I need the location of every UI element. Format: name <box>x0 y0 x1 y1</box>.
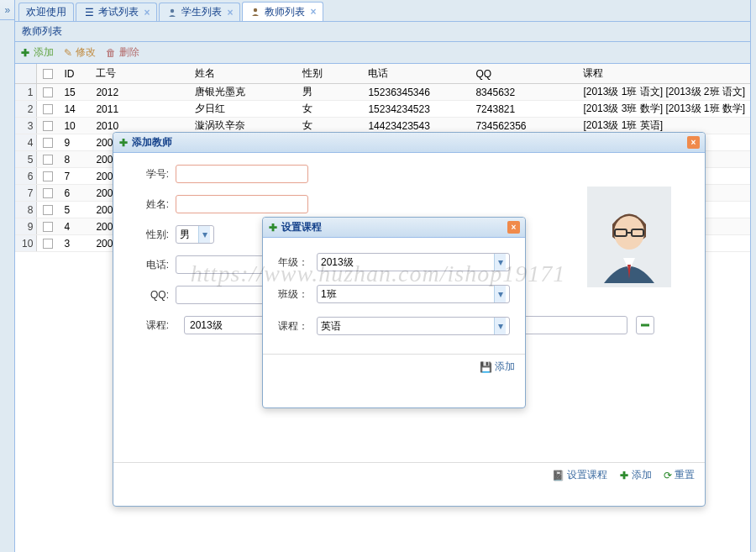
cell-id: 3 <box>59 238 91 250</box>
cell-course: [2013级 3班 数学] [2013级 1班 数学] <box>578 102 750 116</box>
grade-label: 年级： <box>278 255 317 270</box>
panel-title: 教师列表 <box>22 24 62 39</box>
row-checkbox[interactable] <box>37 222 59 232</box>
row-number: 6 <box>15 168 37 184</box>
row-number: 10 <box>15 235 37 251</box>
col-gno-header[interactable]: 工号 <box>91 66 190 81</box>
col-qq-header[interactable]: QQ <box>470 68 578 80</box>
cell-name: 夕日红 <box>190 102 297 116</box>
course-select[interactable]: 英语 ▾ <box>317 317 510 335</box>
qq-input[interactable] <box>176 286 276 304</box>
row-checkbox[interactable] <box>37 155 59 165</box>
teacher-icon <box>249 6 261 18</box>
close-icon[interactable]: × <box>310 6 316 18</box>
row-checkbox[interactable] <box>37 239 59 249</box>
close-icon[interactable]: × <box>507 221 520 234</box>
class-label: 班级： <box>278 287 317 302</box>
trash-icon: 🗑 <box>106 47 116 59</box>
cell-course: [2013级 1班 语文] [2013级 2班 语文] <box>578 85 750 99</box>
col-rownum <box>15 64 37 83</box>
cell-name: 唐银光墨克 <box>190 85 297 99</box>
plus-icon: ✚ <box>268 223 278 233</box>
sex-select[interactable]: 男 ▾ <box>176 225 214 244</box>
refresh-icon: ⟳ <box>664 470 672 481</box>
name-label: 姓名: <box>129 197 169 212</box>
grid-header: ID 工号 姓名 性别 电话 QQ 课程 <box>15 64 750 84</box>
row-checkbox[interactable] <box>37 104 59 114</box>
dialog-title-bar[interactable]: ✚ 添加教师 × <box>113 133 705 153</box>
col-course-header[interactable]: 课程 <box>578 66 750 81</box>
col-sex-header[interactable]: 性别 <box>297 66 363 81</box>
course-label: 课程： <box>278 319 317 334</box>
cell-tel: 14423423543 <box>363 120 470 132</box>
row-number: 7 <box>15 185 37 201</box>
tab-label: 考试列表 <box>98 5 139 19</box>
cell-id: 5 <box>59 204 91 216</box>
row-checkbox[interactable] <box>37 171 59 181</box>
close-icon[interactable]: × <box>687 136 700 149</box>
edit-button[interactable]: ✎ 修改 <box>64 45 96 60</box>
set-course-button[interactable]: 📓 设置课程 <box>552 468 607 482</box>
close-icon[interactable]: × <box>227 7 233 18</box>
dialog-title: 设置课程 <box>281 220 504 234</box>
col-id-header[interactable]: ID <box>59 68 91 80</box>
table-row[interactable]: 2142011夕日红女152342345237243821[2013级 3班 数… <box>15 101 750 118</box>
col-check-header[interactable] <box>37 69 59 79</box>
dialog-title-bar[interactable]: ✚ 设置课程 × <box>263 218 525 238</box>
row-number: 5 <box>15 151 37 167</box>
plus-icon: ✚ <box>20 48 30 58</box>
course-add-button[interactable]: 💾 添加 <box>480 360 515 374</box>
row-number: 8 <box>15 202 37 218</box>
tab-welcome[interactable]: 欢迎使用 <box>18 3 74 21</box>
set-course-dialog: ✚ 设置课程 × 年级： 2013级 ▾ 班级： 1班 ▾ 课程： 英语 ▾ <box>262 217 526 408</box>
list-icon: ☰ <box>83 7 95 18</box>
cell-id: 4 <box>59 221 91 233</box>
col-name-header[interactable]: 姓名 <box>190 66 297 81</box>
close-icon[interactable]: × <box>144 7 150 18</box>
grade-select[interactable]: 2013级 ▾ <box>317 253 510 271</box>
dialog-add-button[interactable]: ✚ 添加 <box>619 468 652 482</box>
row-checkbox[interactable] <box>37 205 59 215</box>
svg-point-1 <box>254 8 257 12</box>
delete-button[interactable]: 🗑 删除 <box>106 45 139 60</box>
row-checkbox[interactable] <box>37 121 59 131</box>
panel-header: 教师列表 <box>15 22 750 42</box>
gno-input[interactable] <box>176 165 308 183</box>
sidebar-collapse-icon[interactable]: » <box>0 0 14 20</box>
cell-gno: 2010 <box>91 120 190 132</box>
dialog-title: 添加教师 <box>132 135 684 150</box>
col-tel-header[interactable]: 电话 <box>363 66 470 81</box>
tab-student-list[interactable]: 学生列表 × <box>159 3 240 21</box>
reset-button[interactable]: ⟳ 重置 <box>664 468 695 482</box>
cell-sex: 女 <box>297 118 363 133</box>
course-label: 课程: <box>129 318 169 333</box>
plus-icon: ✚ <box>118 138 129 148</box>
remove-course-button[interactable] <box>636 316 654 334</box>
row-number: 3 <box>15 118 37 134</box>
cell-id: 6 <box>59 187 91 199</box>
add-button[interactable]: ✚ 添加 <box>20 45 54 60</box>
chevron-down-icon: ▾ <box>198 226 210 243</box>
avatar[interactable] <box>587 187 671 287</box>
cell-id: 9 <box>59 137 91 149</box>
pencil-icon: ✎ <box>64 47 72 59</box>
tab-exam-list[interactable]: ☰ 考试列表 × <box>76 3 157 21</box>
cell-name: 漩涡玖辛奈 <box>190 118 297 133</box>
row-checkbox[interactable] <box>37 87 59 97</box>
class-select[interactable]: 1班 ▾ <box>317 285 510 303</box>
svg-rect-7 <box>641 324 649 327</box>
cell-id: 15 <box>59 87 91 98</box>
cell-tel: 15236345346 <box>363 87 470 98</box>
qq-label: QQ: <box>129 289 169 301</box>
tab-teacher-list[interactable]: 教师列表 × <box>242 2 323 21</box>
row-checkbox[interactable] <box>37 138 59 148</box>
name-input[interactable] <box>176 195 308 213</box>
tel-input[interactable] <box>176 255 276 274</box>
table-row[interactable]: 1152012唐银光墨克男152363453468345632[2013级 1班… <box>15 84 750 101</box>
row-number: 2 <box>15 101 37 117</box>
save-icon: 💾 <box>480 361 492 373</box>
cell-id: 10 <box>59 120 91 132</box>
row-checkbox[interactable] <box>37 188 59 198</box>
cell-id: 7 <box>59 171 91 182</box>
cell-sex: 男 <box>297 85 363 99</box>
